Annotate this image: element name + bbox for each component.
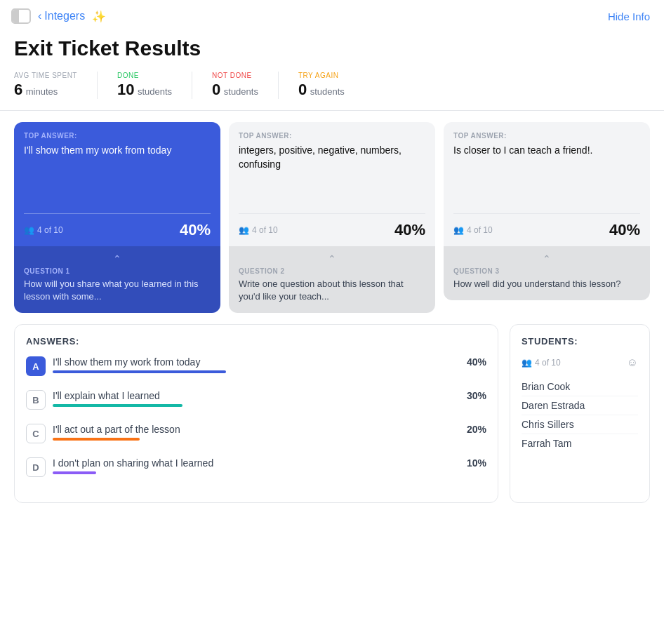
stat-try-again-label: TRY AGAIN	[298, 72, 345, 79]
card-q-label-2: QUESTION 2	[239, 267, 425, 275]
people-icon-2: 👥	[239, 225, 249, 235]
answer-item-a: A I'll show them my work from today 40%	[26, 356, 486, 376]
answer-text-a: I'll show them my work from today	[53, 356, 200, 368]
card-top-2: TOP ANSWER: integers, positive, negative…	[229, 122, 435, 213]
hide-info-button[interactable]: Hide Info	[608, 11, 650, 22]
answer-letter-c: C	[26, 424, 46, 443]
answers-title: ANSWERS:	[26, 336, 486, 347]
card-pct-1: 40%	[180, 221, 211, 239]
expand-icon-2: ⌃	[328, 253, 336, 264]
card-top-3: TOP ANSWER: Is closer to I can teach a f…	[444, 122, 650, 213]
answer-text-c: I'll act out a part of the lesson	[53, 424, 180, 435]
card-top-answer-1: I'll show them my work from today	[24, 144, 211, 158]
expand-btn-1[interactable]: ⌃	[24, 253, 211, 264]
card-top-1: TOP ANSWER: I'll show them my work from …	[14, 122, 220, 213]
answer-bar-a	[53, 370, 226, 373]
answer-letter-a: A	[26, 356, 46, 376]
card-top-label-1: TOP ANSWER:	[24, 132, 211, 140]
card-top-answer-3: Is closer to I can teach a friend!.	[453, 144, 640, 158]
answer-text-row-b: I'll explain what I learned 30%	[53, 390, 486, 401]
stats-bar: AVG TIME SPENT 6 minutes DONE 10 student…	[0, 72, 664, 111]
card-q-label-1: QUESTION 1	[24, 267, 211, 275]
answer-pct-d: 10%	[467, 457, 486, 469]
card-top-label-3: TOP ANSWER:	[453, 132, 640, 140]
card-bottom-3: ⌃ QUESTION 3 How well did you understand…	[444, 246, 650, 300]
header: ‹ Integers ✨ Hide Info	[0, 0, 664, 29]
stat-try-again-value: 0 students	[298, 81, 345, 99]
header-left: ‹ Integers ✨	[11, 8, 106, 24]
card-stats-2: 👥 4 of 10 40%	[229, 214, 435, 246]
answer-body-a: I'll show them my work from today 40%	[53, 356, 486, 373]
students-people-icon: 👥	[522, 358, 532, 368]
answer-text-row-c: I'll act out a part of the lesson 20%	[53, 424, 486, 435]
stat-not-done: NOT DONE 0 students	[212, 72, 279, 99]
back-label: Integers	[44, 10, 85, 22]
answer-text-b: I'll explain what I learned	[53, 390, 160, 401]
stat-try-again: TRY AGAIN 0 students	[298, 72, 364, 99]
answer-pct-b: 30%	[467, 390, 486, 401]
answer-body-b: I'll explain what I learned 30%	[53, 390, 486, 407]
stat-not-done-value: 0 students	[212, 81, 258, 99]
student-name-3: Chris Sillers	[522, 415, 638, 434]
people-icon-3: 👥	[453, 225, 464, 235]
sidebar-toggle-left	[13, 10, 19, 22]
card-stats-1: 👥 4 of 10 40%	[14, 214, 220, 246]
card-top-answer-2: integers, positive, negative, numbers, c…	[239, 144, 425, 171]
card-count-2: 👥 4 of 10	[239, 225, 278, 235]
card-count-1: 👥 4 of 10	[24, 225, 63, 235]
expand-btn-2[interactable]: ⌃	[239, 253, 425, 264]
question-card-3[interactable]: TOP ANSWER: Is closer to I can teach a f…	[444, 122, 650, 300]
card-pct-2: 40%	[394, 221, 425, 239]
card-q-text-1: How will you share what you learned in t…	[24, 278, 211, 303]
answer-bar-d	[53, 471, 96, 474]
answer-item-d: D I don't plan on sharing what I learned…	[26, 457, 486, 477]
page-title: Exit Ticket Results	[0, 29, 664, 72]
main-content: ANSWERS: A I'll show them my work from t…	[0, 324, 664, 517]
sparkle-icon: ✨	[92, 10, 106, 23]
answer-bar-c	[53, 438, 140, 441]
answer-letter-b: B	[26, 390, 46, 410]
expand-btn-3[interactable]: ⌃	[453, 253, 640, 264]
answer-item-b: B I'll explain what I learned 30%	[26, 390, 486, 410]
question-card-1[interactable]: TOP ANSWER: I'll show them my work from …	[14, 122, 220, 313]
answer-text-row-d: I don't plan on sharing what I learned 1…	[53, 457, 486, 469]
answers-panel: ANSWERS: A I'll show them my work from t…	[14, 324, 498, 503]
students-header: 👥 4 of 10 ☺	[522, 356, 638, 369]
stat-done-label: DONE	[117, 72, 172, 79]
card-stats-3: 👥 4 of 10 40%	[444, 214, 650, 246]
student-name-4: Farrah Tam	[522, 434, 638, 452]
answer-text-row-a: I'll show them my work from today 40%	[53, 356, 486, 368]
back-chevron-icon: ‹	[38, 10, 41, 22]
answer-pct-c: 20%	[467, 424, 486, 435]
students-count: 👥 4 of 10	[522, 358, 561, 368]
card-bottom-1: ⌃ QUESTION 1 How will you share what you…	[14, 246, 220, 313]
sidebar-toggle[interactable]	[11, 8, 31, 24]
expand-icon-1: ⌃	[113, 253, 121, 264]
back-button[interactable]: ‹ Integers	[38, 10, 85, 22]
people-icon-1: 👥	[24, 225, 34, 235]
answer-item-c: C I'll act out a part of the lesson 20%	[26, 424, 486, 443]
stat-done-value: 10 students	[117, 81, 172, 99]
card-count-3: 👥 4 of 10	[453, 225, 493, 235]
answer-pct-a: 40%	[467, 356, 486, 368]
students-title: STUDENTS:	[522, 336, 638, 347]
card-top-label-2: TOP ANSWER:	[239, 132, 425, 140]
answer-body-d: I don't plan on sharing what I learned 1…	[53, 457, 486, 474]
stat-avg-time-label: AVG TIME SPENT	[14, 72, 77, 79]
stat-not-done-label: NOT DONE	[212, 72, 258, 79]
answer-body-c: I'll act out a part of the lesson 20%	[53, 424, 486, 441]
students-panel: STUDENTS: 👥 4 of 10 ☺ Brian Cook Daren E…	[510, 324, 650, 503]
card-q-text-2: Write one question about this lesson tha…	[239, 278, 425, 303]
card-pct-3: 40%	[609, 221, 640, 239]
questions-row: TOP ANSWER: I'll show them my work from …	[0, 111, 664, 324]
stat-avg-time-value: 6 minutes	[14, 81, 77, 99]
stat-avg-time: AVG TIME SPENT 6 minutes	[14, 72, 98, 99]
smiley-icon[interactable]: ☺	[627, 356, 638, 369]
question-card-2[interactable]: TOP ANSWER: integers, positive, negative…	[229, 122, 435, 313]
stat-done: DONE 10 students	[117, 72, 192, 99]
answer-bar-b	[53, 404, 182, 407]
answer-text-d: I don't plan on sharing what I learned	[53, 457, 213, 469]
card-q-text-3: How well did you understand this lesson?	[453, 278, 640, 290]
answer-letter-d: D	[26, 457, 46, 477]
card-bottom-2: ⌃ QUESTION 2 Write one question about th…	[229, 246, 435, 313]
